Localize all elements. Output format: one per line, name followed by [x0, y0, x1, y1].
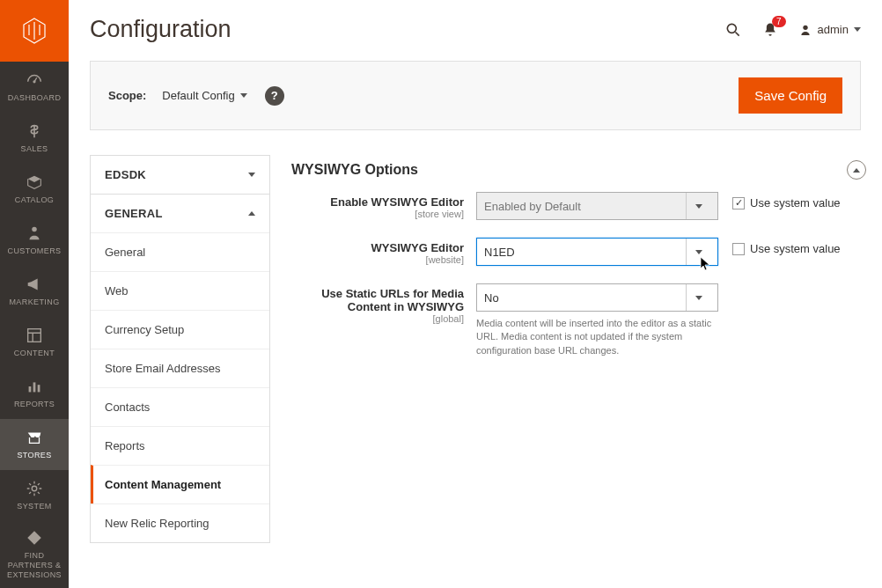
svg-point-9 [803, 25, 807, 29]
config-sidebar: EDSDK GENERAL General Web Currency Setup… [90, 155, 270, 543]
cursor-icon [700, 256, 712, 272]
field-label: Enable WYSIWYG Editor [291, 195, 464, 209]
svg-point-1 [32, 227, 37, 232]
sidebar-section-general[interactable]: GENERAL [91, 195, 269, 232]
scope-selector[interactable]: Default Config [162, 89, 246, 102]
nav-stores[interactable]: STORES [0, 419, 69, 470]
nav-label: SALES [20, 144, 48, 153]
nav-content[interactable]: CONTENT [0, 317, 69, 368]
sidebar-item-reports[interactable]: Reports [91, 426, 269, 465]
notification-badge: 7 [772, 16, 786, 27]
chevron-down-icon [240, 93, 247, 98]
page-title: Configuration [90, 16, 724, 43]
row-enable-wysiwyg: Enable WYSIWYG Editor [store view] Enabl… [291, 192, 866, 220]
nav-marketing[interactable]: MARKETING [0, 266, 69, 317]
svg-point-8 [727, 24, 736, 33]
nav-label: FIND PARTNERS & EXTENSIONS [7, 551, 62, 579]
nav-label: DASHBOARD [8, 93, 62, 102]
chevron-up-icon [248, 211, 255, 216]
enable-wysiwyg-select: Enabled by Default [476, 192, 718, 220]
nav-label: CUSTOMERS [8, 246, 62, 255]
svg-rect-2 [28, 329, 41, 342]
nav-customers[interactable]: CUSTOMERS [0, 215, 69, 266]
section-title: WYSIWYG Options [291, 162, 847, 178]
field-hint: Media content will be inserted into the … [476, 317, 718, 357]
settings-panel: WYSIWYG Options Enable WYSIWYG Editor [s… [291, 155, 882, 375]
field-scope: [website] [291, 254, 464, 265]
nav-sales[interactable]: SALES [0, 113, 69, 164]
admin-account-menu[interactable]: admin [798, 23, 861, 37]
svg-rect-5 [38, 385, 40, 392]
nav-catalog[interactable]: CATALOG [0, 164, 69, 215]
field-label: Use Static URLs for Media Content in WYS… [291, 287, 464, 313]
nav-label: REPORTS [14, 400, 55, 408]
admin-user-label: admin [818, 23, 849, 36]
sidebar-section-label: GENERAL [105, 207, 163, 220]
svg-rect-4 [33, 382, 36, 392]
chevron-down-icon [854, 27, 861, 32]
nav-label: CATALOG [15, 195, 54, 204]
help-icon[interactable]: ? [265, 86, 284, 106]
scope-label: Scope: [108, 89, 146, 102]
sidebar-item-store-email[interactable]: Store Email Addresses [91, 349, 269, 387]
svg-point-6 [32, 486, 37, 491]
use-system-checkbox-editor[interactable] [732, 243, 745, 255]
chevron-up-icon [853, 168, 860, 173]
use-system-label: Use system value [750, 196, 841, 209]
svg-rect-3 [29, 386, 32, 392]
svg-point-0 [33, 81, 35, 83]
chevron-down-icon [248, 173, 255, 177]
scope-bar: Scope: Default Config ? Save Config [90, 61, 861, 130]
nav-label: MARKETING [9, 298, 59, 306]
svg-rect-7 [27, 531, 41, 545]
field-scope: [global] [291, 313, 464, 324]
row-wysiwyg-editor: WYSIWYG Editor [website] N1ED Use system… [291, 238, 866, 266]
sidebar-item-web[interactable]: Web [91, 271, 269, 310]
magento-logo[interactable] [0, 0, 69, 62]
select-value: N1ED [484, 246, 515, 259]
section-collapse-toggle[interactable] [847, 160, 866, 180]
search-icon[interactable] [724, 21, 742, 39]
nav-label: STORES [17, 451, 51, 459]
row-static-urls: Use Static URLs for Media Content in WYS… [291, 283, 866, 357]
scope-value: Default Config [162, 89, 234, 102]
nav-label: CONTENT [14, 349, 55, 357]
admin-left-nav: DASHBOARD SALES CATALOG CUSTOMERS MARKET… [0, 0, 69, 588]
sidebar-section-edsdk[interactable]: EDSDK [91, 156, 269, 194]
field-scope: [store view] [291, 209, 464, 219]
static-urls-select[interactable]: No [476, 283, 718, 312]
sidebar-section-label: EDSDK [105, 168, 146, 181]
use-system-checkbox-enable[interactable] [732, 197, 745, 209]
sidebar-item-newrelic[interactable]: New Relic Reporting [91, 503, 269, 542]
save-config-button[interactable]: Save Config [739, 77, 842, 114]
sidebar-item-general[interactable]: General [91, 232, 269, 271]
use-system-label: Use system value [750, 242, 841, 255]
select-value: No [484, 291, 499, 305]
nav-reports[interactable]: REPORTS [0, 368, 69, 419]
notifications-icon[interactable]: 7 [761, 21, 779, 39]
wysiwyg-editor-select[interactable]: N1ED [476, 238, 718, 266]
select-value: Enabled by Default [484, 200, 581, 213]
sidebar-item-content-management[interactable]: Content Management [91, 465, 269, 503]
field-label: WYSIWYG Editor [291, 241, 464, 254]
nav-partners[interactable]: FIND PARTNERS & EXTENSIONS [0, 521, 69, 586]
chevron-down-icon [686, 193, 710, 219]
nav-label: SYSTEM [17, 502, 51, 511]
sidebar-item-contacts[interactable]: Contacts [91, 387, 269, 426]
page-header: Configuration 7 admin [69, 0, 882, 52]
nav-system[interactable]: SYSTEM [0, 470, 69, 521]
chevron-down-icon [686, 284, 710, 311]
sidebar-item-currency[interactable]: Currency Setup [91, 310, 269, 349]
nav-dashboard[interactable]: DASHBOARD [0, 62, 69, 113]
